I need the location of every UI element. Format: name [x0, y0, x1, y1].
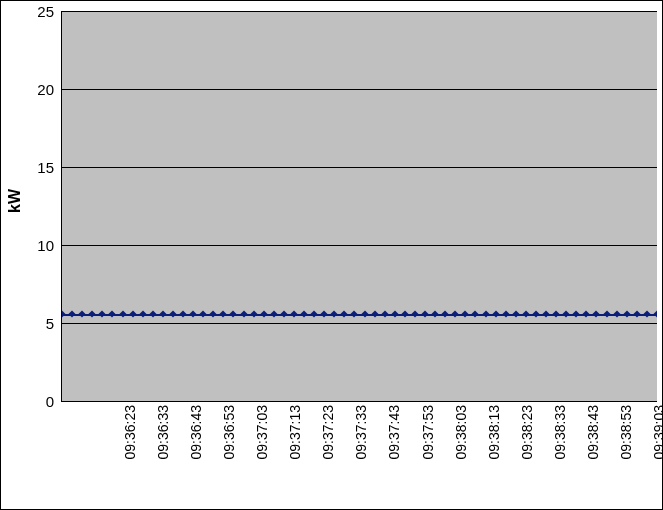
data-marker	[512, 310, 519, 317]
data-marker	[139, 310, 146, 317]
data-marker	[280, 310, 287, 317]
data-marker	[653, 310, 657, 317]
y-tick-label: 25	[9, 3, 54, 20]
data-marker	[260, 310, 267, 317]
y-tick-label: 0	[9, 393, 54, 410]
chart-frame: kW 0510152025 09:36:2309:36:3309:36:4309…	[0, 0, 663, 510]
data-marker	[351, 310, 358, 317]
data-marker	[411, 310, 418, 317]
data-marker	[129, 310, 136, 317]
x-tick-label: 09:38:23	[518, 405, 534, 460]
gridline	[62, 245, 657, 246]
data-marker	[250, 310, 257, 317]
data-marker	[633, 310, 640, 317]
data-marker	[472, 310, 479, 317]
data-marker	[623, 310, 630, 317]
data-marker	[69, 310, 76, 317]
x-tick-label: 09:38:03	[452, 405, 468, 460]
x-axis-ticks: 09:36:2309:36:3309:36:4309:36:5309:37:03…	[61, 405, 656, 505]
data-marker	[432, 310, 439, 317]
data-marker	[422, 310, 429, 317]
data-marker	[492, 310, 499, 317]
data-marker	[391, 310, 398, 317]
data-marker	[462, 310, 469, 317]
data-marker	[603, 310, 610, 317]
data-marker	[311, 310, 318, 317]
data-marker	[290, 310, 297, 317]
data-marker	[89, 310, 96, 317]
data-marker	[79, 310, 86, 317]
x-tick-label: 09:38:13	[485, 405, 501, 460]
data-marker	[179, 310, 186, 317]
data-marker	[61, 310, 66, 317]
x-tick-label: 09:39:03	[650, 405, 663, 460]
data-marker	[240, 310, 247, 317]
data-marker	[361, 310, 368, 317]
data-marker	[482, 310, 489, 317]
data-marker	[321, 310, 328, 317]
x-tick-label: 09:37:53	[419, 405, 435, 460]
data-marker	[300, 310, 307, 317]
x-tick-label: 09:36:53	[221, 405, 237, 460]
x-tick-label: 09:38:53	[617, 405, 633, 460]
data-marker	[200, 310, 207, 317]
data-marker	[371, 310, 378, 317]
data-marker	[99, 310, 106, 317]
x-tick-label: 09:37:33	[353, 405, 369, 460]
gridline	[62, 167, 657, 168]
x-tick-label: 09:36:23	[122, 405, 138, 460]
data-marker	[220, 310, 227, 317]
data-marker	[502, 310, 509, 317]
y-axis-title: kW	[6, 189, 24, 213]
x-tick-label: 09:37:43	[386, 405, 402, 460]
data-marker	[109, 310, 116, 317]
data-marker	[341, 310, 348, 317]
y-tick-label: 20	[9, 81, 54, 98]
data-marker	[270, 310, 277, 317]
x-tick-label: 09:36:33	[155, 405, 171, 460]
data-marker	[190, 310, 197, 317]
data-marker	[381, 310, 388, 317]
data-marker	[543, 310, 550, 317]
data-marker	[149, 310, 156, 317]
data-marker	[331, 310, 338, 317]
gridline	[62, 323, 657, 324]
data-marker	[593, 310, 600, 317]
gridline	[62, 11, 657, 12]
data-marker	[452, 310, 459, 317]
x-tick-label: 09:37:23	[320, 405, 336, 460]
data-marker	[573, 310, 580, 317]
data-marker	[522, 310, 529, 317]
data-marker	[643, 310, 650, 317]
x-tick-label: 09:38:33	[551, 405, 567, 460]
plot-area	[61, 11, 657, 402]
x-tick-label: 09:37:03	[254, 405, 270, 460]
data-marker	[613, 310, 620, 317]
x-tick-label: 09:37:13	[287, 405, 303, 460]
x-tick-label: 09:36:43	[188, 405, 204, 460]
data-marker	[159, 310, 166, 317]
x-tick-label: 09:38:43	[584, 405, 600, 460]
y-tick-label: 10	[9, 237, 54, 254]
data-marker	[169, 310, 176, 317]
gridline	[62, 89, 657, 90]
data-marker	[442, 310, 449, 317]
y-tick-label: 5	[9, 315, 54, 332]
data-marker	[563, 310, 570, 317]
data-marker	[583, 310, 590, 317]
data-marker	[532, 310, 539, 317]
data-marker	[210, 310, 217, 317]
y-tick-label: 15	[9, 159, 54, 176]
data-marker	[119, 310, 126, 317]
data-marker	[553, 310, 560, 317]
data-marker	[230, 310, 237, 317]
data-marker	[401, 310, 408, 317]
